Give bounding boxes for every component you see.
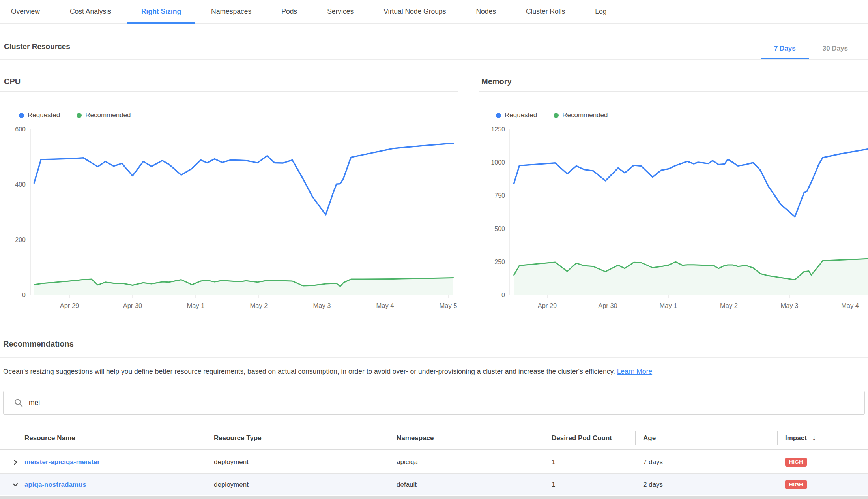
memory-chart-legend: RequestedRecommended — [479, 111, 868, 119]
svg-text:May 4: May 4 — [376, 302, 394, 309]
column-divider — [206, 431, 206, 445]
resource-type-cell: deployment — [206, 458, 389, 466]
legend-label: Recommended — [85, 111, 131, 119]
svg-text:May 1: May 1 — [187, 302, 205, 309]
namespace-cell: apiciqa — [389, 458, 544, 466]
resource-type-cell: deployment — [206, 481, 389, 489]
svg-text:400: 400 — [15, 181, 26, 188]
svg-text:Apr 29: Apr 29 — [60, 302, 79, 309]
impact-badge-high: HIGH — [785, 458, 807, 467]
memory-chart-title: Memory — [479, 77, 868, 92]
column-divider — [544, 431, 544, 445]
legend-item-recommended: Recommended — [554, 111, 608, 119]
svg-text:May 3: May 3 — [313, 302, 331, 309]
tab-cost-analysis[interactable]: Cost Analysis — [70, 0, 111, 23]
legend-dot-recommended — [77, 113, 82, 118]
column-header-resource-name[interactable]: Resource Name — [22, 427, 206, 449]
tab-cluster-rolls[interactable]: Cluster Rolls — [526, 0, 565, 23]
impact-cell: HIGH — [777, 458, 868, 467]
svg-text:May 5: May 5 — [440, 302, 457, 309]
impact-cell: HIGH — [777, 480, 868, 489]
memory-chart: 025050075010001250Apr 29Apr 30May 1May 2… — [479, 125, 868, 311]
tab-log[interactable]: Log — [595, 0, 606, 23]
svg-text:May 2: May 2 — [720, 302, 738, 309]
svg-text:0: 0 — [22, 292, 26, 298]
header-divider — [0, 59, 868, 60]
cpu-chart: 0200400600Apr 29Apr 30May 1May 2May 3May… — [0, 125, 458, 311]
legend-item-recommended: Recommended — [77, 111, 131, 119]
cpu-chart-section: CPU RequestedRecommended 0200400600Apr 2… — [0, 77, 458, 311]
namespace-cell: default — [389, 481, 544, 489]
age-cell: 7 days — [635, 458, 777, 466]
expanded-row-divider — [0, 496, 868, 499]
recommendations-title: Recommendations — [3, 340, 74, 349]
table-row[interactable]: apiqa-nostradamusdeploymentdefault12 day… — [0, 474, 868, 495]
legend-item-requested: Requested — [496, 111, 537, 119]
column-header-namespace[interactable]: Namespace — [389, 427, 544, 449]
column-divider — [389, 431, 389, 445]
range-tab-7-days[interactable]: 7 Days — [761, 38, 809, 59]
svg-text:750: 750 — [494, 192, 505, 199]
resource-name-cell: meister-apiciqa-meister — [22, 458, 206, 466]
resource-name-cell: apiqa-nostradamus — [22, 481, 206, 489]
desired-pod-count-cell: 1 — [544, 458, 635, 466]
cpu-chart-legend: RequestedRecommended — [0, 111, 458, 119]
tab-pods[interactable]: Pods — [281, 0, 297, 23]
column-divider — [635, 431, 636, 445]
table-header: Resource Name Resource Type Namespace De… — [0, 427, 868, 450]
legend-item-requested: Requested — [19, 111, 60, 119]
legend-label: Requested — [28, 111, 60, 119]
svg-text:1250: 1250 — [491, 126, 505, 133]
tab-services[interactable]: Services — [327, 0, 354, 23]
time-range-tabs: 7 Days30 Days — [761, 38, 861, 59]
chevron-down-icon[interactable] — [0, 481, 22, 488]
tab-overview[interactable]: Overview — [11, 0, 40, 23]
svg-text:200: 200 — [15, 236, 26, 243]
svg-text:Apr 30: Apr 30 — [598, 302, 617, 309]
learn-more-link[interactable]: Learn More — [617, 368, 653, 375]
range-tab-30-days[interactable]: 30 Days — [809, 38, 861, 59]
svg-text:500: 500 — [494, 225, 505, 232]
column-header-age[interactable]: Age — [635, 427, 777, 449]
column-header-impact[interactable]: Impact ↓ — [777, 427, 868, 449]
tab-virtual-node-groups[interactable]: Virtual Node Groups — [383, 0, 446, 23]
recommendations-description: Ocean's resizing suggestions will help y… — [3, 368, 652, 376]
recommendations-description-text: Ocean's resizing suggestions will help y… — [3, 368, 615, 375]
svg-text:600: 600 — [15, 126, 26, 133]
column-header-desired-pod-count[interactable]: Desired Pod Count — [544, 427, 635, 449]
search-icon — [14, 398, 23, 407]
sort-descending-icon[interactable]: ↓ — [812, 434, 816, 442]
impact-badge-high: HIGH — [785, 480, 807, 489]
tab-namespaces[interactable]: Namespaces — [211, 0, 251, 23]
resource-name-link[interactable]: apiqa-nostradamus — [24, 481, 86, 488]
legend-dot-requested — [19, 113, 24, 118]
svg-text:May 3: May 3 — [781, 302, 799, 309]
svg-text:Apr 29: Apr 29 — [538, 302, 557, 309]
age-cell: 2 days — [635, 481, 777, 489]
svg-text:May 4: May 4 — [841, 302, 859, 309]
tab-nodes[interactable]: Nodes — [476, 0, 496, 23]
svg-text:1000: 1000 — [491, 159, 505, 166]
memory-chart-section: Memory RequestedRecommended 025050075010… — [479, 77, 868, 311]
svg-text:May 1: May 1 — [660, 302, 677, 309]
search-box[interactable] — [3, 391, 865, 415]
table-row[interactable]: meister-apiciqa-meisterdeploymentapiciqa… — [0, 451, 868, 474]
svg-text:250: 250 — [494, 259, 505, 265]
expand-column-spacer — [0, 427, 22, 449]
recommendations-divider — [0, 357, 868, 358]
cluster-resources-title: Cluster Resources — [4, 42, 70, 51]
search-input[interactable] — [29, 399, 864, 407]
legend-dot-recommended — [554, 113, 559, 118]
resource-name-link[interactable]: meister-apiciqa-meister — [24, 458, 100, 466]
tab-right-sizing[interactable]: Right Sizing — [141, 0, 181, 23]
chevron-right-icon[interactable] — [0, 459, 22, 466]
svg-text:Apr 30: Apr 30 — [123, 302, 142, 309]
svg-text:0: 0 — [501, 292, 505, 298]
cpu-chart-title: CPU — [0, 77, 458, 92]
column-divider — [777, 431, 778, 445]
legend-label: Requested — [505, 111, 537, 119]
column-header-resource-type[interactable]: Resource Type — [206, 427, 389, 449]
legend-label: Recommended — [562, 111, 608, 119]
top-tab-bar: OverviewCost AnalysisRight SizingNamespa… — [0, 0, 868, 24]
legend-dot-requested — [496, 113, 501, 118]
